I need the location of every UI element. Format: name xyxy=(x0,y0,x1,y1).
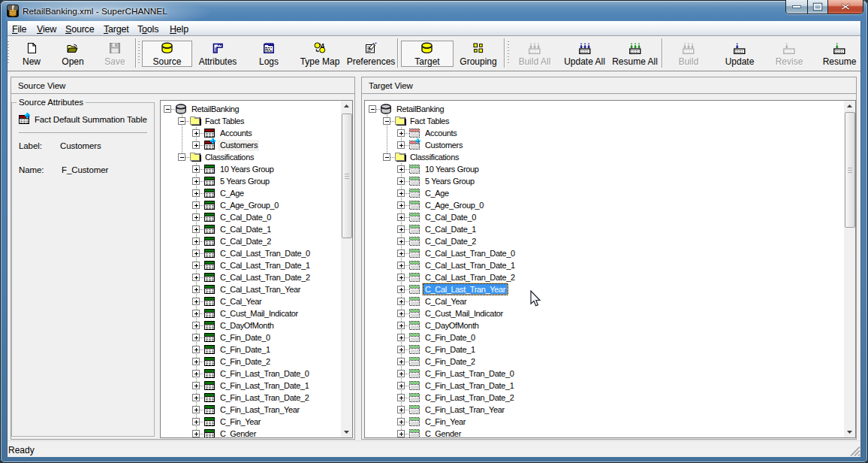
svg-text:C_Cal_Last_Tran_Date_2: C_Cal_Last_Tran_Date_2 xyxy=(220,273,310,282)
svg-text:Accounts: Accounts xyxy=(220,129,252,138)
svg-text:C_Age_Group_0: C_Age_Group_0 xyxy=(220,201,279,210)
svg-text:C_Cal_Date_2: C_Cal_Date_2 xyxy=(220,237,271,246)
svg-text:C_Cal_Year: C_Cal_Year xyxy=(425,297,467,306)
svg-text:C_Gender: C_Gender xyxy=(425,429,462,437)
svg-text:C_Cal_Last_Tran_Year: C_Cal_Last_Tran_Year xyxy=(220,285,301,294)
svg-text:C_Fin_Date_2: C_Fin_Date_2 xyxy=(425,357,475,366)
svg-text:C_Cust_Mail_Indicator: C_Cust_Mail_Indicator xyxy=(220,309,299,318)
svg-text:C_Age: C_Age xyxy=(220,189,244,198)
svg-text:C_Fin_Last_Tran_Date_1: C_Fin_Last_Tran_Date_1 xyxy=(425,381,514,390)
svg-text:C_Fin_Date_1: C_Fin_Date_1 xyxy=(425,345,475,354)
svg-text:C_Fin_Last_Tran_Date_2: C_Fin_Last_Tran_Date_2 xyxy=(220,393,309,402)
svg-text:C_DayOfMonth: C_DayOfMonth xyxy=(220,321,274,330)
svg-text:C_Cal_Date_1: C_Cal_Date_1 xyxy=(220,225,271,234)
svg-text:C_Cal_Last_Tran_Date_0: C_Cal_Last_Tran_Date_0 xyxy=(220,249,310,258)
svg-text:C_Cust_Mail_Indicator: C_Cust_Mail_Indicator xyxy=(425,309,504,318)
svg-text:Customers: Customers xyxy=(425,141,463,150)
svg-text:10 Years Group: 10 Years Group xyxy=(220,165,274,174)
svg-text:Fact Tables: Fact Tables xyxy=(410,117,450,126)
svg-text:RetailBanking: RetailBanking xyxy=(396,104,445,113)
svg-text:C_Cal_Year: C_Cal_Year xyxy=(220,297,262,306)
svg-text:C_Fin_Last_Tran_Date_0: C_Fin_Last_Tran_Date_0 xyxy=(425,369,514,378)
svg-text:Classifications: Classifications xyxy=(410,153,460,162)
svg-text:C_Fin_Year: C_Fin_Year xyxy=(220,417,261,426)
svg-text:C_Cal_Last_Tran_Year: C_Cal_Last_Tran_Year xyxy=(425,285,506,294)
svg-text:C_Cal_Last_Tran_Date_1: C_Cal_Last_Tran_Date_1 xyxy=(220,261,310,270)
svg-text:C_Age_Group_0: C_Age_Group_0 xyxy=(425,201,484,210)
svg-text:C_Fin_Last_Tran_Year: C_Fin_Last_Tran_Year xyxy=(425,405,505,414)
svg-text:C_Cal_Last_Tran_Date_0: C_Cal_Last_Tran_Date_0 xyxy=(425,249,515,258)
svg-text:Fact Tables: Fact Tables xyxy=(205,117,245,126)
svg-text:C_Fin_Date_0: C_Fin_Date_0 xyxy=(425,333,475,342)
svg-text:C_Age: C_Age xyxy=(425,189,449,198)
svg-text:C_Fin_Last_Tran_Year: C_Fin_Last_Tran_Year xyxy=(220,405,300,414)
svg-text:Accounts: Accounts xyxy=(425,129,457,138)
svg-text:C_Fin_Last_Tran_Date_1: C_Fin_Last_Tran_Date_1 xyxy=(220,381,309,390)
svg-text:C_Fin_Date_0: C_Fin_Date_0 xyxy=(220,333,270,342)
svg-text:C_Cal_Date_2: C_Cal_Date_2 xyxy=(425,237,476,246)
svg-text:C_Cal_Date_0: C_Cal_Date_0 xyxy=(220,213,271,222)
svg-text:10 Years Group: 10 Years Group xyxy=(425,165,479,174)
svg-text:C_Cal_Date_1: C_Cal_Date_1 xyxy=(425,225,476,234)
svg-text:C_Cal_Date_0: C_Cal_Date_0 xyxy=(425,213,476,222)
svg-text:C_Fin_Last_Tran_Date_0: C_Fin_Last_Tran_Date_0 xyxy=(220,369,309,378)
svg-text:Customers: Customers xyxy=(220,141,258,150)
svg-text:C_Gender: C_Gender xyxy=(220,429,257,437)
svg-text:C_Cal_Last_Tran_Date_1: C_Cal_Last_Tran_Date_1 xyxy=(425,261,515,270)
svg-text:5 Years Group: 5 Years Group xyxy=(220,177,270,186)
svg-text:Classifications: Classifications xyxy=(205,153,255,162)
svg-text:C_Fin_Year: C_Fin_Year xyxy=(425,417,466,426)
svg-text:C_Fin_Date_2: C_Fin_Date_2 xyxy=(220,357,270,366)
svg-text:RetailBanking: RetailBanking xyxy=(191,104,240,113)
svg-text:C_Fin_Date_1: C_Fin_Date_1 xyxy=(220,345,270,354)
svg-text:C_Cal_Last_Tran_Date_2: C_Cal_Last_Tran_Date_2 xyxy=(425,273,515,282)
svg-text:5 Years Group: 5 Years Group xyxy=(425,177,475,186)
svg-text:C_Fin_Last_Tran_Date_2: C_Fin_Last_Tran_Date_2 xyxy=(425,393,514,402)
svg-text:C_DayOfMonth: C_DayOfMonth xyxy=(425,321,479,330)
